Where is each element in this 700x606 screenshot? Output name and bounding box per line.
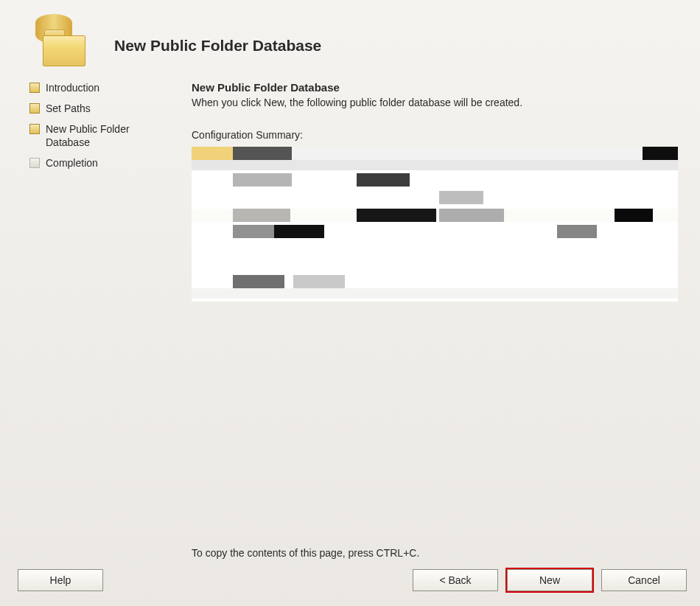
step-set-paths: Set Paths <box>29 102 155 115</box>
step-label: Introduction <box>46 81 99 94</box>
content-pane: New Public Folder Database When you clic… <box>169 81 685 543</box>
wizard-steps-sidebar: Introduction Set Paths New Public Folder… <box>29 81 169 543</box>
back-button[interactable]: < Back <box>413 569 498 591</box>
config-summary-box[interactable] <box>192 147 678 302</box>
body: Introduction Set Paths New Public Folder… <box>0 77 700 543</box>
step-label: Completion <box>46 156 98 170</box>
step-pending-icon <box>29 158 40 168</box>
step-new-pf-database: New Public Folder Database <box>29 122 155 149</box>
page-title: New Public Folder Database <box>114 37 321 55</box>
step-introduction: Introduction <box>29 81 155 94</box>
step-done-icon <box>29 83 40 93</box>
new-button-highlight: New <box>505 568 594 593</box>
step-current-icon <box>29 124 40 134</box>
button-row: Help < Back New Cancel <box>13 568 687 593</box>
header: New Public Folder Database <box>0 0 700 77</box>
folder-database-icon <box>29 11 88 70</box>
config-summary-label: Configuration Summary: <box>192 129 678 141</box>
content-title: New Public Folder Database <box>192 81 678 94</box>
step-label: Set Paths <box>46 102 91 115</box>
cancel-button[interactable]: Cancel <box>601 569 687 591</box>
step-label: New Public Folder Database <box>46 122 155 149</box>
new-button[interactable]: New <box>507 569 592 591</box>
content-subtitle: When you click New, the following public… <box>192 97 678 108</box>
help-button[interactable]: Help <box>18 569 103 591</box>
wizard-container: New Public Folder Database Introduction … <box>0 0 700 606</box>
step-completion: Completion <box>29 156 155 170</box>
copy-hint: To copy the contents of this page, press… <box>192 547 687 559</box>
footer: To copy the contents of this page, press… <box>0 543 700 606</box>
step-done-icon <box>29 103 40 114</box>
